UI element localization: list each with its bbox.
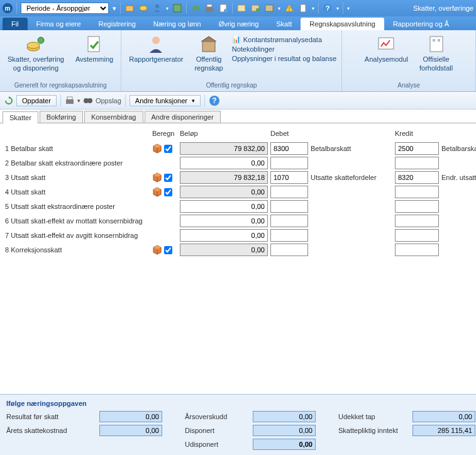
belop-input[interactable] (180, 186, 268, 198)
tab-registrering[interactable]: Registrering (90, 18, 145, 30)
subtab-andre[interactable]: Andre disponeringer (145, 111, 221, 123)
kredit-input[interactable] (395, 244, 439, 256)
svg-point-7 (224, 9, 228, 13)
cube-icon[interactable] (152, 172, 162, 183)
udekket-value[interactable] (412, 411, 475, 422)
oppslag-label[interactable]: Oppslag (96, 97, 121, 104)
avstemming-button[interactable]: Avstemming (73, 33, 116, 64)
skattepliktig-value[interactable] (412, 425, 475, 436)
toolbar-icon-7[interactable] (218, 3, 228, 13)
belop-input[interactable] (180, 171, 268, 184)
toolbar-icon-1[interactable] (125, 3, 135, 13)
kontantstrom-link[interactable]: 📊Kontantstrømanalysedata (232, 35, 336, 43)
belop-input[interactable] (180, 229, 268, 242)
row-label: 2 Betalbar skatt ekstraordinære poster (5, 159, 150, 167)
help-icon[interactable]: ? (323, 3, 333, 13)
toolbar-icon-2[interactable] (138, 3, 148, 13)
binoculars-icon[interactable] (83, 96, 93, 106)
resultat-value[interactable] (99, 411, 162, 422)
toolbar-icon-3[interactable] (152, 3, 162, 13)
notekoblinger-link[interactable]: Notekoblinger (232, 45, 336, 53)
cube-icon[interactable] (152, 143, 162, 154)
offisielle-forholdstall-button[interactable]: Offisielle forholdstall (417, 33, 455, 73)
toolbar-icon-6[interactable] (204, 3, 214, 13)
resultat-label: Resultat før skatt (6, 413, 94, 420)
debet-input[interactable] (270, 229, 308, 242)
arets-value[interactable] (99, 425, 162, 436)
subtab-skatter[interactable]: Skatter (3, 111, 38, 123)
tab-skatt[interactable]: Skatt (267, 18, 301, 30)
belop-input[interactable] (180, 215, 268, 227)
tab-naering[interactable]: Næring og lønn (145, 18, 210, 30)
belop-input[interactable] (180, 157, 268, 169)
subtab-bokforing[interactable]: Bokføring (40, 111, 83, 123)
svg-point-2 (155, 4, 159, 8)
debet-desc: Betalbarskatt (311, 145, 392, 152)
oppdater-button[interactable]: Oppdater (16, 95, 57, 106)
toolbar-icon-5[interactable] (191, 3, 201, 13)
tab-fil[interactable]: Fil (3, 18, 28, 30)
dropdown-arrow-icon[interactable]: ▾ (336, 6, 339, 11)
arsoverskudd-value[interactable] (253, 411, 316, 422)
tab-firma[interactable]: Firma og eiere (28, 18, 90, 30)
beregn-checkbox[interactable] (164, 246, 172, 254)
kredit-input[interactable] (395, 200, 439, 213)
beregn-checkbox[interactable] (164, 145, 172, 153)
rapportgenerator-button[interactable]: Rapportgenerator (126, 33, 185, 64)
dropdown-arrow-icon[interactable]: ▾ (278, 6, 280, 11)
dropdown-arrow-icon[interactable]: ▾ (113, 4, 116, 13)
cube-icon[interactable] (152, 245, 162, 255)
tab-rapportering[interactable]: Rapportering og Å (384, 18, 458, 30)
print-icon[interactable] (65, 96, 75, 106)
debet-input[interactable] (270, 157, 308, 169)
toolbar-icon-doc[interactable] (298, 3, 308, 13)
dropdown-arrow-icon[interactable]: ▾ (77, 98, 80, 104)
belop-input[interactable] (180, 244, 268, 256)
help-icon[interactable]: ? (209, 95, 220, 106)
toolbar-icon-10[interactable] (264, 3, 274, 13)
skatter-overforing-button[interactable]: Skatter, overføring og disponering (5, 33, 67, 73)
toolbar-icon-warning[interactable]: ! (284, 3, 294, 13)
cube-icon[interactable] (152, 187, 162, 197)
debet-input[interactable] (270, 186, 308, 198)
toolbar-icon-4[interactable] (172, 3, 182, 13)
opplysninger-link[interactable]: Opplysninger i resultat og balanse (232, 55, 336, 62)
beregn-checkbox[interactable] (164, 188, 172, 196)
debet-input[interactable] (270, 244, 308, 256)
svg-text:?: ? (326, 4, 330, 12)
dropdown-arrow-icon[interactable]: ▾ (312, 6, 314, 11)
kredit-input[interactable] (395, 229, 439, 242)
tax-row: 2 Betalbar skatt ekstraordinære poster (5, 157, 471, 169)
andre-funksjoner-button[interactable]: Andre funksjoner (130, 95, 201, 106)
kredit-input[interactable] (395, 215, 439, 227)
belop-input[interactable] (180, 142, 268, 155)
kredit-input[interactable] (395, 171, 439, 184)
beregn-checkbox[interactable] (164, 174, 172, 182)
debet-input[interactable] (270, 200, 308, 213)
udisponert-value[interactable] (253, 439, 316, 450)
kredit-input[interactable] (395, 186, 439, 198)
toolbar-icon-9[interactable] (250, 3, 260, 13)
bottom-title: Ifølge næringsoppgaven (6, 400, 470, 407)
period-select[interactable]: Periode - Årsoppgjør (21, 3, 109, 14)
debet-input[interactable] (270, 142, 308, 155)
debet-input[interactable] (270, 171, 308, 184)
kredit-input[interactable] (395, 142, 439, 155)
offentlig-regnskap-button[interactable]: Offentlig regnskap (192, 33, 225, 73)
tab-regnskap[interactable]: Regnskapsavslutning (301, 18, 384, 30)
disponert-value[interactable] (253, 425, 316, 436)
debet-input[interactable] (270, 215, 308, 227)
toolbar-icon-8[interactable] (236, 3, 246, 13)
kredit-input[interactable] (395, 157, 439, 169)
svg-rect-3 (174, 4, 181, 12)
refresh-icon[interactable] (4, 96, 14, 106)
minimize-ribbon-icon[interactable]: ▾ (347, 6, 350, 11)
row-label: 6 Utsatt skatt-effekt av mottatt konsern… (5, 217, 150, 225)
subtab-konsern[interactable]: Konsernbidrag (84, 111, 143, 123)
disponert-label: Disponert (185, 427, 248, 434)
analysemodul-button[interactable]: Analysemodul (362, 33, 411, 64)
tab-ovrig[interactable]: Øvrig næring (210, 18, 268, 30)
coins-icon (26, 34, 46, 54)
belop-input[interactable] (180, 200, 268, 213)
dropdown-arrow-icon[interactable]: ▾ (166, 6, 169, 11)
